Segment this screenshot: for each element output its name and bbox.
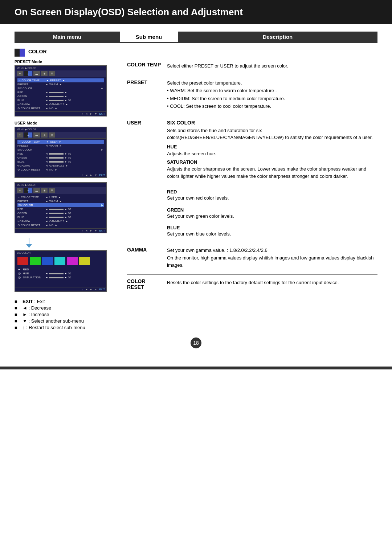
osd-preset-path: MENU ▶ COLOR (15, 66, 106, 70)
osd-user-row-red: RED ◄► 50 (17, 152, 104, 156)
section-gamma: GAMMA Set your own gamma value. : 1.8/2.… (127, 247, 377, 270)
sixcolor-label: SIX COLOR (167, 120, 195, 126)
osd-user-footer: ↑◄►▼EXIT (15, 173, 106, 177)
osd-user-row-gamma: γ GAMMA ◄ GAMMA 2.2 ► (17, 164, 104, 168)
section-preset: PRESET Select the preset color temperatu… (127, 79, 377, 111)
osd-preset-row-red: RED ◄► (17, 90, 104, 94)
osd-user-row-blue: BLUE ◄► 50 (17, 160, 104, 164)
divider-2 (127, 116, 377, 116)
osd-user-row-green: GREEN ◄► 50 (17, 156, 104, 160)
divider-5 (127, 274, 377, 275)
section-user-sixcolor: USER SIX COLOR Sets and stores the hue a… (127, 120, 377, 180)
gamma-label: GAMMA (127, 247, 147, 253)
osd-sixcolor-icon-split: ▪▪ (24, 188, 32, 193)
sixcolor-desc: Sets and stores the hue and saturation f… (167, 127, 377, 141)
legend: ■ EXIT : Exit ■ ◄ : Decrease ■ ► : Incre… (15, 299, 120, 330)
osd-icon-sun: ✦ (17, 71, 23, 76)
osd-preset-icons: ✦ ▪▪ ▬ ◈ ⚙ (17, 71, 55, 76)
sixcolor-row-red-bullet: ● RED (18, 267, 103, 271)
hue-label: HUE (167, 144, 377, 150)
swatch-green (30, 257, 41, 265)
color-reset-label1: COLOR (127, 278, 163, 284)
osd-sixcolor-path: MENU ▶ COLOR (15, 183, 106, 187)
color-split-icon (15, 49, 25, 57)
gamma-desc: Set your own gamma value. : 1.8/2.0/2.2/… (167, 247, 377, 270)
osd-user-icon-speaker: ◈ (41, 132, 48, 138)
col-main-menu-header: Main menu (15, 32, 120, 42)
right-column: COLOR TEMP Select either PRESET or USER … (120, 49, 377, 330)
section-blue: BLUE Set your own blue color levels. (127, 225, 377, 238)
osd-preset-row-preset: PRESET ◄ WARM ► (17, 82, 104, 86)
divider-1 (127, 75, 377, 75)
section-color-reset: COLOR RESET Resets the color settings to… (127, 278, 377, 290)
red-label: RED (167, 189, 177, 195)
osd-sixcolor-icons: ✦ ▪▪ ▬ ◈ ⚙ (17, 188, 55, 193)
color-label: COLOR (28, 49, 47, 54)
osd-icon-monitor: ▬ (33, 71, 40, 76)
osd-sixcolor-row-blue: BLUE ◄► 50 (17, 215, 104, 219)
color-reset-label2: RESET (127, 284, 163, 290)
six-color-panel-label: SIX COLOR (15, 251, 106, 255)
osd-user-row-colorreset: ⊙ COLOR RESET ◄ NO ► (17, 168, 104, 172)
osd-user-path: MENU ▶ COLOR (15, 127, 106, 132)
legend-decrease: ■ ◄ : Decrease (15, 305, 120, 311)
section-red: RED Set your own red color levels. (127, 189, 377, 202)
osd-preset-row-green: GREEN ◄► (17, 94, 104, 98)
osd-sixcolor-row-sixcolor: SIX COLOR ▶ (17, 203, 104, 207)
osd-preset-body: ← COLOR TEMP ◄ PRESET ► PRESET ◄ WARM ► … (15, 77, 106, 111)
table-header: Main menu Sub menu Description (15, 32, 377, 43)
color-temp-label: COLOR TEMP (127, 62, 161, 67)
osd-preset-screen: MENU ▶ COLOR ✦ ▪▪ ▬ ◈ ⚙ ← COLOR TEMP ◄ P… (15, 65, 107, 116)
osd-sixcolor-footer: ↑◄►▼EXIT (15, 228, 106, 233)
page-header: On Screen Display(OSD) Selection and Adj… (0, 0, 392, 24)
osd-preset-footer: ↑◄►▼EXIT (15, 111, 106, 116)
osd-icon-speaker: ◈ (41, 71, 48, 76)
swatch-blue (42, 257, 53, 265)
section-color-temp: COLOR TEMP Select either PRESET or USER … (127, 62, 377, 70)
swatch-cyan (54, 257, 65, 265)
six-color-panel: SIX COLOR ● RED ◎ HUE (15, 250, 107, 292)
preset-label: PRESET (127, 79, 147, 85)
green-label: GREEN (167, 207, 184, 213)
sixcolor-panel-footer: ↑◄►▼EXIT (15, 287, 106, 291)
osd-user-topbar: ✦ ▪▪ ▬ ◈ ⚙ (15, 132, 106, 139)
osd-preset-row-sixcolor: SIX COLOR ► (17, 86, 104, 90)
color-temp-desc: Select either PRESET or USER to adjust t… (167, 62, 288, 70)
divider-4 (127, 243, 377, 243)
osd-user-row-sixcolor: SIX COLOR ► (17, 148, 104, 152)
sixcolor-section: SIX COLOR Sets and stores the hue and sa… (167, 120, 377, 180)
color-reset-desc: Resets the color settings to the factory… (167, 278, 339, 286)
osd-icon-gear: ⚙ (49, 71, 55, 76)
svg-rect-0 (15, 49, 20, 57)
hue-desc: Adjusts the screen hue. (167, 150, 377, 157)
osd-sixcolor-row-colorreset: ⊙ COLOR RESET ◄ NO ► (17, 223, 104, 227)
user-mode-label: USER Mode (15, 121, 120, 125)
legend-increase: ■ ► : Increase (15, 312, 120, 317)
blue-desc: Set your own blue color levels. (167, 230, 231, 238)
svg-marker-3 (26, 244, 32, 248)
osd-user-icon-gear: ⚙ (49, 132, 55, 138)
osd-preset-row-colortemp: ← COLOR TEMP ◄ PRESET ► (17, 78, 104, 82)
preset-mode-label: PRESET Mode (15, 60, 120, 64)
osd-user-row-preset: PRESET ◄ WARM ► (17, 144, 104, 148)
osd-sixcolor-row-colortemp: ← COLOR TEMP ◄ USER ► (17, 195, 104, 199)
user-label: USER (127, 120, 141, 126)
osd-preset-topbar: ✦ ▪▪ ▬ ◈ ⚙ (15, 70, 106, 77)
red-desc: Set your own red color levels. (167, 195, 229, 202)
osd-sixcolor-row-green: GREEN ◄► 50 (17, 211, 104, 215)
page-number: 18 (191, 337, 201, 348)
osd-user-row-colortemp: ← COLOR TEMP ◄ USER ► (17, 140, 104, 144)
osd-sixcolor-icon-sun: ✦ (17, 188, 23, 193)
section-green: GREEN Set your own green color levels. (127, 207, 377, 220)
arrow-to-sixcolor (22, 238, 120, 249)
six-color-swatches (15, 255, 106, 266)
osd-user-body: ← COLOR TEMP ◄ USER ► PRESET ◄ WARM ► SI… (15, 139, 106, 173)
green-desc: Set your own green color levels. (167, 213, 234, 220)
legend-exit: ■ EXIT : Exit (15, 299, 120, 304)
osd-preset-row-colorreset: ⊙ COLOR RESET ◄ NO ► (17, 106, 104, 110)
osd-sixcolor-row-red: RED ◄► 50 (17, 207, 104, 211)
bottom-bar (0, 367, 392, 369)
osd-user-screen: MENU ▶ COLOR ✦ ▪▪ ▬ ◈ ⚙ ← COLOR TEMP ◄ U… (15, 127, 107, 178)
blue-label: BLUE (167, 225, 180, 230)
osd-preset-row-gamma: γ GAMMA ◄ GAMMA 2.2 ► (17, 102, 104, 106)
